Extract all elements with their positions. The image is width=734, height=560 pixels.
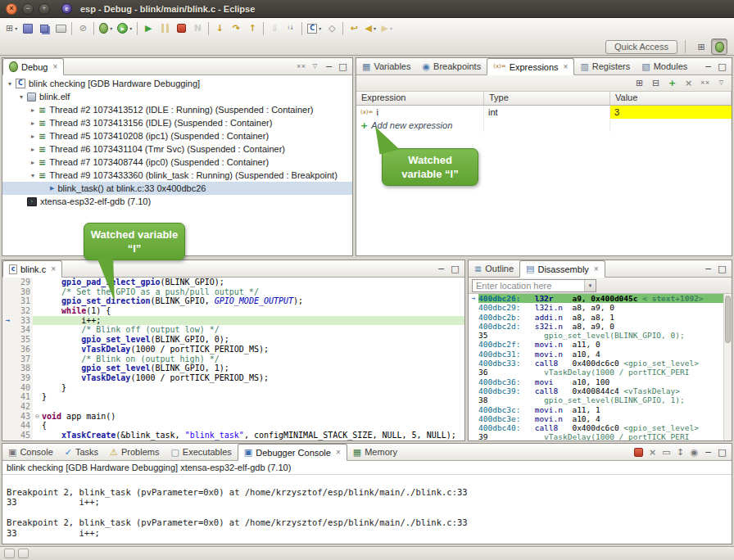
debug-tree-item[interactable]: ▾≡Thread #9 1073433360 (blink_task : Run… bbox=[2, 169, 352, 182]
tab-variables[interactable]: ▦Variables bbox=[356, 58, 416, 75]
debug-tree-item[interactable]: ›xtensa-esp32-elf-gdb (7.10) bbox=[2, 195, 352, 208]
remove-all-expressions-icon[interactable]: ×× bbox=[699, 77, 711, 89]
column-header-type[interactable]: Type bbox=[484, 92, 610, 105]
debug-tree-item[interactable]: ▶blink_task() at blink.c:33 0x400dbc26 bbox=[2, 182, 352, 195]
tab-modules[interactable]: ▧Modules bbox=[636, 58, 693, 75]
window-maximize-button[interactable]: + bbox=[39, 3, 50, 15]
code-line[interactable]: 37 /* Blink on (output high) */ bbox=[2, 355, 464, 364]
new-wizard-button[interactable]: ⊞▾ bbox=[3, 20, 20, 37]
scroll-lock-icon[interactable]: ↕ bbox=[674, 446, 686, 458]
minimize-icon[interactable]: ─ bbox=[702, 61, 714, 73]
code-line[interactable]: 39 vTaskDelay(1000 / portTICK_PERIOD_MS)… bbox=[2, 373, 464, 383]
open-element-button[interactable]: ◇ bbox=[324, 20, 340, 37]
code-line[interactable]: 43⊖void app_main() bbox=[2, 412, 464, 422]
scrollbar-thumb[interactable] bbox=[725, 296, 731, 343]
tab-expressions[interactable]: (x)=Expressions× bbox=[487, 58, 574, 75]
disassembly-line[interactable]: 400dbc33: call8 0x400dc6c0 <gpio_set_lev… bbox=[469, 359, 732, 368]
tab-blink-c[interactable]: cblink.c× bbox=[2, 260, 62, 278]
code-line[interactable]: 34 /* Blink off (output low) */ bbox=[2, 325, 464, 335]
code-line[interactable]: →33 i++; bbox=[2, 316, 464, 326]
remove-launch-icon[interactable]: × bbox=[646, 446, 659, 458]
run-button[interactable]: ▶▾ bbox=[115, 20, 134, 37]
show-type-names-icon[interactable]: ⊞ bbox=[633, 77, 646, 89]
disassembly-line[interactable]: 400dbc2f: movi.n a11, 0 bbox=[469, 340, 732, 349]
tab-disassembly[interactable]: ▤Disassembly× bbox=[519, 260, 605, 278]
collapse-arrow-icon[interactable]: ▾ bbox=[5, 80, 15, 88]
maximize-icon[interactable]: □ bbox=[716, 446, 728, 458]
step-into-button[interactable]: ↓ bbox=[211, 20, 228, 37]
add-expression-icon[interactable]: + bbox=[666, 77, 678, 89]
window-close-button[interactable]: × bbox=[6, 3, 17, 15]
save-all-button[interactable] bbox=[36, 20, 52, 37]
disassembly-line[interactable]: 400dbc3e: movi.n a10, 4 bbox=[469, 414, 732, 423]
close-icon[interactable]: × bbox=[564, 62, 569, 71]
disassembly-line[interactable]: 36 vTaskDelay(1000 / portTICK_PERI bbox=[469, 368, 732, 377]
open-perspective-button[interactable]: ⊞ bbox=[693, 38, 709, 55]
code-line[interactable]: 41} bbox=[2, 392, 464, 402]
expand-arrow-icon[interactable]: ▸ bbox=[28, 159, 38, 166]
code-editor[interactable]: 29 gpio_pad_select_gpio(BLINK_GPIO);30 /… bbox=[2, 278, 464, 440]
step-return-button[interactable]: ↑ bbox=[244, 20, 261, 37]
disassembly-line[interactable]: 400dbc2b: addi.n a8, a8, 1 bbox=[469, 313, 732, 322]
tab-registers[interactable]: ▥Registers bbox=[574, 58, 636, 75]
forward-button[interactable]: ▶▾ bbox=[378, 20, 395, 37]
add-expression-row[interactable]: +Add new expression bbox=[356, 119, 732, 132]
disassembly-line[interactable]: 400dbc29: l32i.n a8, a9, 0 bbox=[469, 303, 732, 312]
tab-tasks[interactable]: ✓Tasks bbox=[59, 444, 104, 460]
disassembly-line[interactable]: 35 gpio_set_level(BLINK_GPIO, 0); bbox=[469, 331, 732, 340]
collapse-arrow-icon[interactable]: ▾ bbox=[28, 172, 38, 179]
disassembly-line[interactable]: 38 gpio_set_level(BLINK_GPIO, 1); bbox=[469, 395, 732, 404]
tab-memory[interactable]: ▦Memory bbox=[347, 444, 403, 460]
save-button[interactable] bbox=[20, 20, 36, 37]
column-header-value[interactable]: Value bbox=[610, 92, 732, 105]
debug-button[interactable]: ▾ bbox=[97, 20, 115, 37]
terminate-button[interactable] bbox=[173, 20, 189, 37]
code-line[interactable]: 40 } bbox=[2, 383, 464, 393]
drop-to-frame-button[interactable]: ⇓ bbox=[266, 20, 283, 37]
window-minimize-button[interactable]: − bbox=[22, 3, 34, 15]
expand-arrow-icon[interactable]: ▸ bbox=[28, 106, 38, 114]
expressions-table[interactable]: (x)=iint3+Add new expression bbox=[356, 106, 732, 132]
code-line[interactable]: 38 gpio_set_level(BLINK_GPIO, 1); bbox=[2, 364, 464, 373]
maximize-icon[interactable]: □ bbox=[449, 263, 461, 275]
tab-breakpoints[interactable]: ◉Breakpoints bbox=[416, 58, 487, 75]
step-over-button[interactable]: ↷ bbox=[228, 20, 244, 37]
disassembly-line[interactable]: 400dbc36: movi a10, 100 bbox=[469, 377, 732, 386]
disassembly-line[interactable]: 400dbc2d: s32i.n a8, a9, 0 bbox=[469, 322, 732, 331]
debug-tree-item[interactable]: ▸≡Thread #3 1073413156 (IDLE) (Suspended… bbox=[2, 116, 352, 129]
remove-expression-icon[interactable]: × bbox=[682, 77, 695, 89]
column-header-expression[interactable]: Expression bbox=[356, 92, 484, 105]
minimize-icon[interactable]: ─ bbox=[435, 263, 447, 275]
collapse-arrow-icon[interactable]: ▾ bbox=[16, 93, 26, 101]
maximize-icon[interactable]: □ bbox=[716, 61, 728, 73]
code-line[interactable]: 44{ bbox=[2, 421, 464, 431]
close-icon[interactable]: × bbox=[594, 264, 599, 273]
close-icon[interactable]: × bbox=[52, 62, 57, 71]
code-line[interactable]: 32 while(1) { bbox=[2, 306, 464, 316]
location-input[interactable]: Enter location here ▼ bbox=[472, 279, 596, 292]
fold-icon[interactable]: ⊖ bbox=[33, 412, 42, 422]
resume-button[interactable]: ▶ bbox=[140, 20, 156, 37]
disassembly-listing[interactable]: →400dbc26: l32r a9, 0x400d045c < stext+1… bbox=[469, 294, 732, 440]
disassembly-line[interactable]: 400dbc40: call8 0x400dc6c0 <gpio_set_lev… bbox=[469, 423, 732, 432]
debug-tree-item[interactable]: ▸≡Thread #7 1073408744 (ipc0) (Suspended… bbox=[2, 156, 352, 169]
tab-debugger-console[interactable]: ▣Debugger Console× bbox=[238, 444, 347, 461]
suspend-button[interactable] bbox=[156, 20, 173, 37]
code-line[interactable]: 29 gpio_pad_select_gpio(BLINK_GPIO); bbox=[2, 278, 464, 287]
expand-arrow-icon[interactable]: ▸ bbox=[28, 146, 38, 153]
debug-tree-item[interactable]: ▸≡Thread #6 1073431104 (Tmr Svc) (Suspen… bbox=[2, 142, 352, 156]
tab-debug[interactable]: Debug× bbox=[2, 58, 64, 75]
debug-tree-item[interactable]: ▾blink.elf bbox=[2, 90, 352, 103]
view-menu-icon[interactable]: ▽ bbox=[715, 77, 727, 89]
code-line[interactable]: 31 gpio_set_direction(BLINK_GPIO, GPIO_M… bbox=[2, 296, 464, 306]
view-menu-icon[interactable]: ▽ bbox=[309, 61, 321, 73]
minimized-view-stack-icon[interactable] bbox=[4, 549, 15, 558]
maximize-icon[interactable]: □ bbox=[716, 263, 728, 275]
tab-console[interactable]: ▣Console bbox=[2, 444, 59, 460]
clear-console-icon[interactable]: ▭ bbox=[660, 446, 673, 458]
back-button[interactable]: ◀▾ bbox=[362, 20, 378, 37]
close-icon[interactable]: × bbox=[51, 264, 56, 273]
minimize-icon[interactable]: ─ bbox=[702, 446, 714, 458]
skip-all-breakpoints-button[interactable]: ⊘ bbox=[75, 20, 91, 37]
disassembly-line[interactable]: 400dbc39: call8 0x400844c4 <vTaskDelay> bbox=[469, 386, 732, 395]
